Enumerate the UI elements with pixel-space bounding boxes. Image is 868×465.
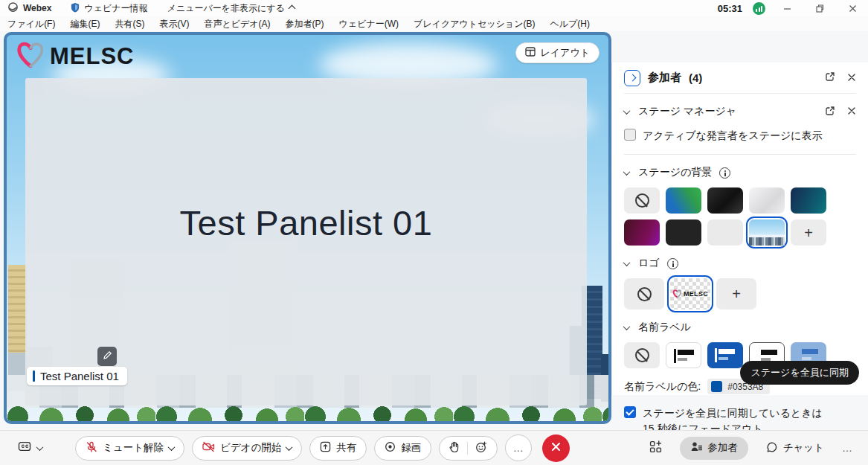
close-panel-icon[interactable] bbox=[847, 72, 856, 84]
microphone-muted-icon bbox=[86, 441, 97, 455]
participants-toggle-label: 参加者 bbox=[707, 441, 738, 455]
share-button-label: 共有 bbox=[336, 441, 356, 455]
sync-fade-checkbox[interactable] bbox=[624, 406, 636, 418]
add-icon: + bbox=[804, 225, 813, 240]
stage-area: Test Panelist 01 MELSC レイアウト Tes bbox=[4, 32, 611, 424]
chevron-down-icon[interactable] bbox=[36, 443, 44, 451]
participant-name-label: Test Panelist 01 bbox=[27, 367, 127, 385]
restore-button[interactable] bbox=[808, 1, 831, 16]
name-label-swatch-accent-bar-selected[interactable] bbox=[666, 342, 701, 368]
background-swatch-blue-green[interactable] bbox=[666, 187, 701, 214]
logo-swatch-none[interactable] bbox=[624, 278, 664, 310]
background-swatch-white-silk[interactable] bbox=[749, 187, 785, 214]
info-icon[interactable] bbox=[667, 258, 678, 269]
logo-section-header[interactable]: ロゴ bbox=[624, 257, 856, 270]
chevron-down-icon[interactable] bbox=[286, 443, 293, 451]
webinar-info-button[interactable]: ウェビナー情報 bbox=[71, 2, 147, 15]
info-icon[interactable] bbox=[719, 167, 730, 179]
add-icon: + bbox=[732, 286, 741, 301]
close-window-button[interactable] bbox=[841, 1, 864, 16]
name-label-swatch-none[interactable] bbox=[624, 342, 660, 368]
layout-button[interactable]: レイアウト bbox=[515, 42, 599, 63]
main-area: Test Panelist 01 MELSC レイアウト Tes bbox=[0, 31, 868, 430]
divider bbox=[624, 154, 856, 155]
sync-fade-line1: ステージを全員に同期しているときは bbox=[643, 407, 823, 419]
background-swatch-navy-teal[interactable] bbox=[791, 187, 826, 214]
shield-icon bbox=[71, 2, 80, 15]
raise-hand-icon[interactable] bbox=[449, 441, 460, 455]
chevron-up-icon bbox=[288, 4, 295, 12]
record-button[interactable]: 録画 bbox=[374, 436, 431, 461]
minimize-button[interactable] bbox=[776, 1, 798, 16]
background-swatch-light-gray[interactable] bbox=[707, 219, 743, 246]
stage-manager-header[interactable]: ステージ マネージャ bbox=[624, 105, 856, 118]
background-swatch-dark-wave[interactable] bbox=[707, 187, 743, 214]
pencil-icon bbox=[103, 350, 112, 363]
reactions-smiley-icon[interactable] bbox=[475, 441, 487, 455]
melsc-mini-logo-text: MELSC bbox=[684, 290, 708, 298]
meeting-control-bar: ミュート解除 ビデオの開始 共有 録画 bbox=[0, 430, 868, 465]
menu-item-share[interactable]: 共有(S) bbox=[115, 18, 144, 31]
more-panels-button[interactable]: … bbox=[842, 442, 853, 454]
share-screen-icon bbox=[320, 441, 331, 455]
background-swatch-charcoal[interactable] bbox=[666, 219, 701, 246]
chat-button[interactable]: チャット bbox=[766, 441, 824, 455]
participants-toggle-button[interactable]: 参加者 bbox=[680, 437, 748, 460]
unmute-button[interactable]: ミュート解除 bbox=[75, 436, 184, 461]
popout-stage-manager-icon[interactable] bbox=[825, 106, 835, 118]
menu-item-webinar[interactable]: ウェビナー(W) bbox=[339, 18, 399, 31]
menu-item-participants[interactable]: 参加者(P) bbox=[286, 18, 324, 31]
window-title-bar: Webex ウェビナー情報 メニューバーを非表示にする 05:31 bbox=[0, 0, 868, 16]
none-icon bbox=[635, 193, 649, 208]
menu-item-file[interactable]: ファイル(F) bbox=[7, 18, 55, 31]
hide-menubar-label: メニューバーを非表示にする bbox=[167, 2, 285, 15]
unmute-button-label: ミュート解除 bbox=[103, 441, 164, 455]
none-icon bbox=[637, 287, 652, 301]
record-icon bbox=[385, 441, 396, 455]
background-section-title: ステージの背景 bbox=[638, 166, 712, 179]
chevron-down-icon[interactable] bbox=[168, 443, 176, 451]
leave-meeting-button[interactable] bbox=[542, 434, 570, 462]
menu-item-help[interactable]: ヘルプ(H) bbox=[550, 18, 590, 31]
chevron-down-icon bbox=[623, 107, 631, 115]
apps-icon[interactable] bbox=[649, 440, 662, 456]
background-swatch-city-photo-selected[interactable] bbox=[749, 219, 785, 246]
share-button[interactable]: 共有 bbox=[309, 436, 367, 461]
logo-swatch-grid: MELSC + bbox=[624, 278, 856, 310]
logo-swatch-melsc-selected[interactable]: MELSC bbox=[670, 278, 710, 310]
name-label-section-title: 名前ラベル bbox=[638, 321, 691, 334]
name-label-section-header[interactable]: 名前ラベル bbox=[624, 321, 856, 334]
show-active-speaker-checkbox[interactable] bbox=[624, 129, 636, 141]
closed-captions-button[interactable] bbox=[18, 441, 42, 455]
meeting-timer: 05:31 bbox=[718, 3, 742, 14]
collapse-panel-button[interactable] bbox=[624, 70, 640, 86]
participants-panel-title: 参加者 bbox=[648, 71, 681, 85]
sync-stage-button[interactable]: ステージを全員に同期 bbox=[740, 361, 859, 385]
background-swatch-magenta[interactable] bbox=[624, 219, 660, 246]
start-video-button[interactable]: ビデオの開始 bbox=[192, 436, 302, 461]
start-video-button-label: ビデオの開始 bbox=[220, 441, 281, 455]
webex-logo-icon bbox=[7, 1, 19, 15]
logo-section-title: ロゴ bbox=[638, 257, 660, 270]
menu-item-breakout[interactable]: ブレイクアウトセッション(B) bbox=[414, 18, 535, 31]
menu-item-audio-video[interactable]: 音声とビデオ(A) bbox=[204, 18, 270, 31]
reactions-group bbox=[439, 436, 498, 461]
chat-bubble-icon bbox=[766, 441, 778, 455]
background-swatch-add[interactable]: + bbox=[791, 219, 826, 246]
background-swatch-none[interactable] bbox=[624, 187, 660, 214]
menu-item-edit[interactable]: 編集(E) bbox=[70, 18, 100, 31]
record-button-label: 録画 bbox=[401, 441, 421, 455]
background-section-header[interactable]: ステージの背景 bbox=[624, 166, 856, 179]
name-label-accent-bar bbox=[33, 371, 35, 382]
close-stage-manager-icon[interactable] bbox=[847, 106, 856, 118]
brand-logo-text: MELSC bbox=[50, 43, 135, 70]
name-label-swatch-blue-filled[interactable] bbox=[707, 342, 743, 368]
more-options-button[interactable]: … bbox=[505, 434, 532, 461]
logo-swatch-add[interactable]: + bbox=[716, 278, 756, 310]
none-icon bbox=[635, 348, 649, 362]
popout-panel-icon[interactable] bbox=[825, 71, 835, 84]
edit-name-label-button[interactable] bbox=[97, 347, 117, 366]
menu-item-view[interactable]: 表示(V) bbox=[159, 18, 189, 31]
hide-menubar-button[interactable]: メニューバーを非表示にする bbox=[167, 2, 295, 15]
connection-quality-icon[interactable] bbox=[753, 2, 765, 15]
